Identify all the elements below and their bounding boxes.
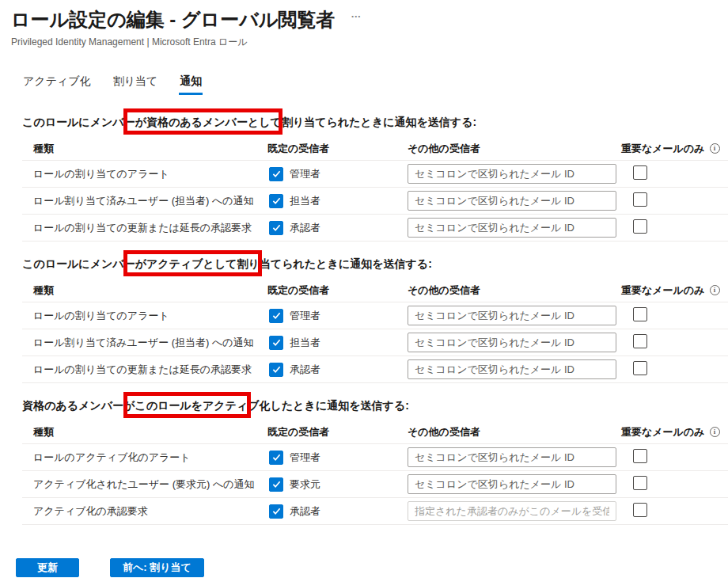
default-recipient-cell: 管理者 bbox=[267, 167, 408, 181]
additional-recipients-input[interactable] bbox=[408, 359, 616, 379]
checkmark-icon bbox=[272, 507, 281, 515]
checkmark-icon bbox=[272, 338, 281, 347]
default-recipient-cell: 要求元 bbox=[267, 477, 408, 492]
default-recipient-cell: 承認者 bbox=[267, 504, 408, 519]
default-recipient-checkbox[interactable] bbox=[269, 336, 283, 350]
default-recipient-checkbox[interactable] bbox=[269, 309, 283, 323]
checkmark-icon bbox=[272, 169, 281, 178]
table-header-row: 種類 既定の受信者 その他の受信者 重要なメールのみ bbox=[22, 420, 728, 444]
default-recipient-checkbox[interactable] bbox=[269, 194, 283, 208]
additional-recipients-input[interactable] bbox=[408, 164, 616, 184]
additional-recipients-cell bbox=[408, 191, 621, 211]
column-header-type: 種類 bbox=[22, 425, 267, 439]
settings-tabs: アクティブ化 割り当て 通知 bbox=[22, 74, 728, 95]
tab-notification[interactable]: 通知 bbox=[179, 74, 203, 95]
breadcrumb-subtitle: Privileged Identity Management | Microso… bbox=[11, 36, 728, 49]
default-recipient-cell: 担当者 bbox=[267, 194, 408, 208]
table-row: ロール割り当て済みユーザー (担当者) への通知 担当者 bbox=[22, 188, 728, 215]
default-recipient-cell: 担当者 bbox=[267, 336, 408, 350]
column-header-critical-only: 重要なメールのみ bbox=[621, 142, 728, 156]
default-recipient-checkbox[interactable] bbox=[269, 363, 283, 377]
critical-email-cell bbox=[621, 449, 728, 466]
critical-email-checkbox[interactable] bbox=[633, 503, 647, 517]
additional-recipients-input[interactable] bbox=[408, 306, 616, 325]
critical-email-checkbox[interactable] bbox=[633, 219, 647, 234]
critical-email-cell bbox=[621, 165, 728, 182]
additional-recipients-input[interactable] bbox=[408, 218, 616, 238]
tab-assignment[interactable]: 割り当て bbox=[112, 74, 159, 95]
info-icon[interactable] bbox=[710, 285, 720, 295]
more-menu-button[interactable]: … bbox=[351, 8, 362, 20]
role-settings-edit-page: ロール設定の編集 - グローバル閲覧者 … Privileged Identit… bbox=[0, 0, 728, 578]
update-button[interactable]: 更新 bbox=[16, 558, 79, 577]
critical-email-checkbox[interactable] bbox=[633, 449, 647, 463]
section-heading: このロールにメンバーがアクティブとして割り当てられたときに通知を送信する: bbox=[22, 256, 728, 272]
previous-assignment-button[interactable]: 前へ: 割り当て bbox=[110, 558, 204, 577]
additional-recipients-input[interactable] bbox=[408, 333, 616, 352]
critical-email-cell bbox=[621, 503, 728, 519]
default-recipient-checkbox[interactable] bbox=[269, 477, 283, 492]
section-heading-text: このロールにメンバーがアクティブとして割り当てられたときに通知を送信する: bbox=[22, 257, 432, 270]
default-recipient-checkbox[interactable] bbox=[269, 221, 283, 235]
notification-table: 種類 既定の受信者 その他の受信者 重要なメールのみ ロールの割り当てのアラート… bbox=[22, 279, 728, 383]
critical-email-checkbox[interactable] bbox=[633, 165, 647, 180]
additional-recipients-cell bbox=[408, 501, 621, 521]
critical-email-cell bbox=[621, 334, 728, 351]
critical-email-checkbox[interactable] bbox=[633, 476, 647, 490]
section-heading: このロールにメンバーが資格のあるメンバーとして割り当てられたときに通知を送信する… bbox=[22, 114, 728, 130]
notification-type-label: アクティブ化の承認要求 bbox=[22, 504, 267, 519]
checkmark-icon bbox=[272, 480, 281, 489]
additional-recipients-cell bbox=[408, 474, 621, 494]
default-recipient-checkbox[interactable] bbox=[269, 451, 283, 465]
table-row: ロールの割り当ての更新または延長の承認要求 承認者 bbox=[22, 215, 728, 241]
notification-type-label: ロール割り当て済みユーザー (担当者) への通知 bbox=[22, 336, 267, 350]
additional-recipients-cell bbox=[408, 164, 621, 184]
page-title: ロール設定の編集 - グローバル閲覧者 bbox=[11, 8, 335, 32]
column-header-default-recipients: 既定の受信者 bbox=[267, 142, 408, 156]
header: ロール設定の編集 - グローバル閲覧者 … bbox=[11, 8, 728, 32]
section-heading: 資格のあるメンバーがこのロールをアクティブ化したときに通知を送信する: bbox=[22, 397, 728, 413]
notification-table: 種類 既定の受信者 その他の受信者 重要なメールのみ ロールのアクティブ化のアラ… bbox=[22, 420, 728, 525]
column-header-additional-recipients: その他の受信者 bbox=[408, 283, 621, 298]
default-recipient-cell: 管理者 bbox=[267, 309, 408, 323]
notification-type-label: ロールのアクティブ化のアラート bbox=[22, 451, 267, 465]
additional-recipients-input[interactable] bbox=[408, 447, 616, 467]
additional-recipients-input[interactable] bbox=[408, 191, 616, 211]
table-row: ロールの割り当ての更新または延長の承認要求 承認者 bbox=[22, 356, 728, 383]
recipient-label: 管理者 bbox=[290, 167, 320, 181]
recipient-label: 承認者 bbox=[290, 221, 320, 235]
default-recipient-checkbox[interactable] bbox=[269, 504, 283, 519]
additional-recipients-cell bbox=[408, 359, 621, 379]
checkmark-icon bbox=[272, 453, 281, 462]
critical-email-checkbox[interactable] bbox=[633, 307, 647, 321]
table-row: ロールのアクティブ化のアラート 管理者 bbox=[22, 444, 728, 471]
notification-type-label: ロールの割り当ての更新または延長の承認要求 bbox=[22, 221, 267, 235]
additional-recipients-input[interactable] bbox=[408, 474, 616, 494]
tab-activation[interactable]: アクティブ化 bbox=[22, 74, 92, 95]
critical-email-checkbox[interactable] bbox=[633, 192, 647, 207]
table-row: ロール割り当て済みユーザー (担当者) への通知 担当者 bbox=[22, 329, 728, 356]
column-header-critical-only: 重要なメールのみ bbox=[621, 425, 728, 439]
critical-email-checkbox[interactable] bbox=[633, 334, 647, 348]
column-header-type: 種類 bbox=[22, 142, 267, 156]
info-icon[interactable] bbox=[710, 143, 720, 154]
default-recipient-checkbox[interactable] bbox=[269, 167, 283, 181]
notification-type-label: アクティブ化されたユーザー (要求元) への通知 bbox=[22, 477, 267, 492]
column-header-default-recipients: 既定の受信者 bbox=[267, 425, 408, 439]
recipient-label: 担当者 bbox=[290, 194, 320, 208]
checkmark-icon bbox=[272, 365, 281, 374]
critical-only-label: 重要なメールのみ bbox=[621, 425, 705, 439]
section-activation: 資格のあるメンバーがこのロールをアクティブ化したときに通知を送信する: 種類 既… bbox=[11, 397, 728, 525]
critical-email-checkbox[interactable] bbox=[633, 361, 647, 375]
default-recipient-cell: 承認者 bbox=[267, 221, 408, 235]
default-recipient-cell: 管理者 bbox=[267, 451, 408, 465]
checkmark-icon bbox=[272, 311, 281, 320]
info-icon[interactable] bbox=[710, 427, 720, 437]
section-heading-text: このロールにメンバーが資格のあるメンバーとして割り当てられたときに通知を送信する… bbox=[22, 116, 476, 128]
recipient-label: 要求元 bbox=[290, 477, 320, 492]
section-eligible-assignment: このロールにメンバーが資格のあるメンバーとして割り当てられたときに通知を送信する… bbox=[11, 114, 728, 241]
critical-only-label: 重要なメールのみ bbox=[621, 283, 705, 298]
additional-recipients-cell bbox=[408, 333, 621, 352]
column-header-default-recipients: 既定の受信者 bbox=[267, 283, 408, 298]
column-header-type: 種類 bbox=[22, 283, 267, 298]
